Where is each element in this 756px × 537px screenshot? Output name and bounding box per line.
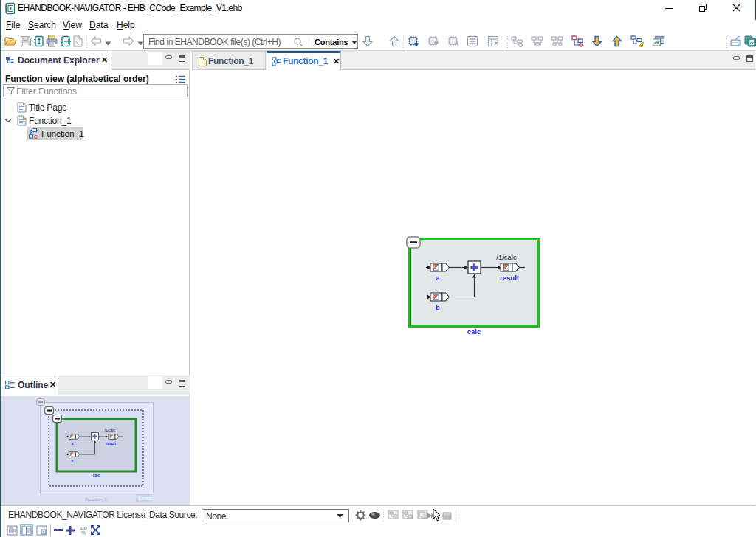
- svg-text:Normal: Normal: [137, 496, 153, 501]
- svg-text:a: a: [72, 441, 74, 446]
- svg-text:b: b: [71, 459, 73, 463]
- svg-text:Function_1: Function_1: [85, 497, 107, 502]
- svg-text:c: c: [34, 133, 38, 139]
- svg-text:a: a: [436, 274, 440, 282]
- svg-text:result: result: [500, 274, 520, 282]
- svg-text:b: b: [436, 303, 440, 311]
- svg-text:calc: calc: [93, 473, 100, 477]
- svg-text:/1/calc: /1/calc: [496, 253, 517, 261]
- svg-text:/1/calc: /1/calc: [105, 428, 116, 432]
- svg-text:%: %: [81, 530, 86, 536]
- svg-text:calc: calc: [467, 328, 481, 336]
- svg-text:result: result: [106, 441, 116, 446]
